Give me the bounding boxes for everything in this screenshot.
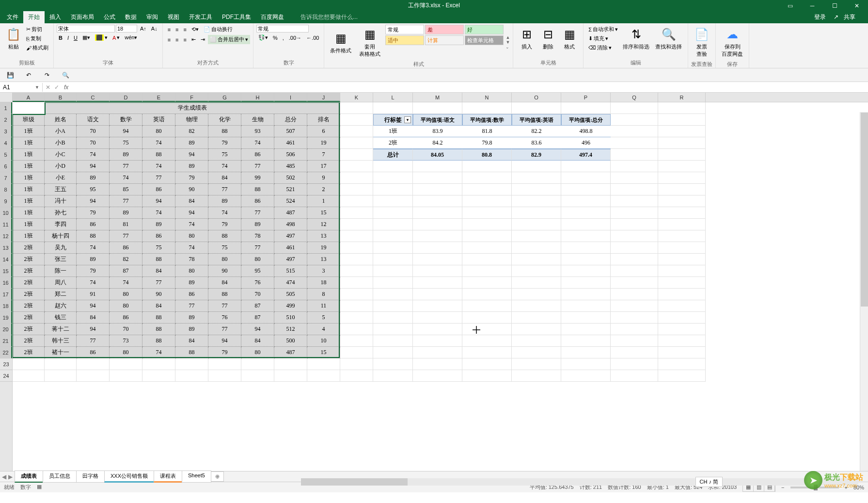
- cell-Q3[interactable]: [611, 126, 658, 137]
- cell-M19[interactable]: [413, 312, 462, 324]
- cell-J10[interactable]: 15: [307, 207, 340, 219]
- align-center-button[interactable]: ≡: [174, 36, 180, 44]
- font-size-select[interactable]: [116, 25, 137, 32]
- cell-F13[interactable]: 74: [175, 242, 208, 254]
- cell-E6[interactable]: 74: [142, 161, 175, 172]
- cell-I4[interactable]: 461: [274, 137, 307, 149]
- cell-G2[interactable]: 化学: [208, 114, 241, 126]
- cell-P21[interactable]: [561, 335, 611, 347]
- cell-P12[interactable]: [561, 230, 611, 242]
- cell-N9[interactable]: [462, 195, 512, 207]
- cell-I17[interactable]: 505: [274, 289, 307, 300]
- increase-font-button[interactable]: A↑: [138, 25, 148, 32]
- cell-F17[interactable]: 86: [175, 289, 208, 300]
- cell-F24[interactable]: [175, 370, 208, 382]
- cell-P15[interactable]: [561, 265, 611, 277]
- cell-D22[interactable]: 80: [110, 347, 142, 358]
- cell-B24[interactable]: [45, 370, 77, 382]
- cell-E21[interactable]: 88: [142, 335, 175, 347]
- cell-G7[interactable]: 84: [208, 172, 241, 184]
- col-header-H[interactable]: H: [241, 93, 274, 102]
- cell-H18[interactable]: 87: [241, 300, 274, 312]
- spreadsheet-grid[interactable]: ABCDEFGHIJKLMNOPQR 123456789101112131415…: [0, 93, 868, 471]
- cell-E16[interactable]: 77: [142, 277, 175, 289]
- menu-百度网盘[interactable]: 百度网盘: [256, 11, 289, 23]
- style-good[interactable]: 好: [465, 25, 504, 34]
- row-header-14[interactable]: 14: [0, 254, 12, 265]
- cell-N14[interactable]: [462, 254, 512, 265]
- cell-O15[interactable]: [512, 265, 561, 277]
- row-header-3[interactable]: 3: [0, 126, 12, 137]
- cell-G18[interactable]: 77: [208, 300, 241, 312]
- cell-R22[interactable]: [658, 347, 706, 358]
- table-format-button[interactable]: ▦套用 表格格式: [356, 25, 383, 60]
- cell-D4[interactable]: 75: [110, 137, 142, 149]
- cell-F5[interactable]: 94: [175, 149, 208, 161]
- cut-button[interactable]: ✂剪切: [24, 25, 50, 34]
- cell-E19[interactable]: 88: [142, 312, 175, 324]
- cell-M13[interactable]: [413, 242, 462, 254]
- cell-R21[interactable]: [658, 335, 706, 347]
- cell-M15[interactable]: [413, 265, 462, 277]
- italic-button[interactable]: I: [65, 34, 71, 42]
- cell-M12[interactable]: [413, 230, 462, 242]
- menu-插入[interactable]: 插入: [45, 11, 66, 23]
- font-name-select[interactable]: [57, 25, 115, 32]
- row-header-12[interactable]: 12: [0, 230, 12, 242]
- cell-M8[interactable]: [413, 184, 462, 195]
- cell-R4[interactable]: [658, 137, 706, 149]
- cell-J11[interactable]: 12: [307, 219, 340, 230]
- cell-L22[interactable]: [373, 347, 413, 358]
- tab-nav-prev[interactable]: ◀: [2, 473, 6, 480]
- cell-J8[interactable]: 2: [307, 184, 340, 195]
- cell-R20[interactable]: [658, 324, 706, 335]
- cell-B8[interactable]: 王五: [45, 184, 77, 195]
- wrap-text-button[interactable]: 📄自动换行: [202, 25, 235, 34]
- cell-K4[interactable]: [340, 137, 373, 149]
- cell-K9[interactable]: [340, 195, 373, 207]
- cell-I20[interactable]: 512: [274, 324, 307, 335]
- cell-G16[interactable]: 84: [208, 277, 241, 289]
- cell-D16[interactable]: 74: [110, 277, 142, 289]
- cell-Q17[interactable]: [611, 289, 658, 300]
- cell-Q9[interactable]: [611, 195, 658, 207]
- cell-B4[interactable]: 小B: [45, 137, 77, 149]
- cell-J13[interactable]: 19: [307, 242, 340, 254]
- cell-H13[interactable]: 77: [241, 242, 274, 254]
- cell-C10[interactable]: 79: [77, 207, 110, 219]
- cell-H19[interactable]: 87: [241, 312, 274, 324]
- save-button[interactable]: 💾: [6, 71, 15, 80]
- cell-L16[interactable]: [373, 277, 413, 289]
- cell-J3[interactable]: 6: [307, 126, 340, 137]
- cell-A13[interactable]: 2班: [13, 242, 45, 254]
- cell-O18[interactable]: [512, 300, 561, 312]
- col-header-K[interactable]: K: [340, 93, 373, 102]
- row-header-1[interactable]: 1: [0, 102, 12, 114]
- decrease-indent-button[interactable]: ⇤: [189, 35, 198, 44]
- cell-H3[interactable]: 93: [241, 126, 274, 137]
- cell-I23[interactable]: [274, 358, 307, 370]
- cell-O11[interactable]: [512, 219, 561, 230]
- cell-H21[interactable]: 84: [241, 335, 274, 347]
- cell-R1[interactable]: [658, 102, 706, 114]
- cell-A20[interactable]: 2班: [13, 324, 45, 335]
- cell-R16[interactable]: [658, 277, 706, 289]
- cell-E9[interactable]: 94: [142, 195, 175, 207]
- merge-center-button[interactable]: ⬜合并后居中▾: [208, 35, 250, 44]
- menu-审阅[interactable]: 审阅: [142, 11, 163, 23]
- align-top-button[interactable]: ≡: [166, 26, 173, 33]
- fill-color-button[interactable]: ⬛▾: [93, 33, 110, 42]
- cell-H10[interactable]: 77: [241, 207, 274, 219]
- sheet-tab-4[interactable]: 课程表: [154, 471, 182, 483]
- maximize-button[interactable]: ☐: [823, 0, 846, 11]
- row-header-20[interactable]: 20: [0, 324, 12, 335]
- cell-B14[interactable]: 张三: [45, 254, 77, 265]
- cell-C4[interactable]: 70: [77, 137, 110, 149]
- insert-cells-button[interactable]: ⊞插入: [516, 25, 537, 52]
- column-headers[interactable]: ABCDEFGHIJKLMNOPQR: [13, 93, 868, 102]
- cell-J4[interactable]: 19: [307, 137, 340, 149]
- cell-G17[interactable]: 88: [208, 289, 241, 300]
- col-header-M[interactable]: M: [413, 93, 462, 102]
- cell-Q1[interactable]: [611, 102, 658, 114]
- cell-P4[interactable]: 496: [561, 137, 611, 149]
